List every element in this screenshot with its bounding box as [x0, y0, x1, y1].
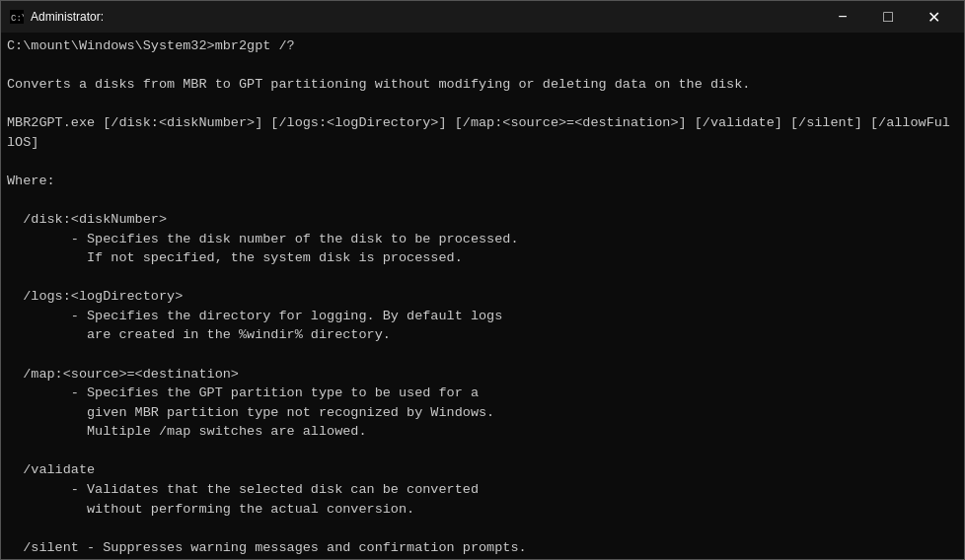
terminal-line: /validate	[7, 460, 958, 480]
terminal-line	[7, 442, 958, 461]
terminal-line	[7, 268, 958, 288]
svg-text:C:\: C:\	[11, 14, 24, 24]
terminal-line	[7, 56, 958, 76]
terminal-line: MBR2GPT.exe [/disk:<diskNumber>] [/logs:…	[7, 113, 958, 152]
terminal-line: C:\mount\Windows\System32>mbr2gpt /?	[7, 36, 958, 56]
title-bar-left: C:\ Administrator:	[9, 9, 104, 25]
terminal-body[interactable]: C:\mount\Windows\System32>mbr2gpt /? Con…	[1, 33, 964, 559]
terminal-line: without performing the actual conversion…	[7, 500, 958, 520]
terminal-line: - Specifies the directory for logging. B…	[7, 307, 958, 326]
terminal-line	[7, 519, 958, 538]
title-bar-controls: − □ ✕	[820, 1, 956, 33]
window-title: Administrator:	[31, 10, 104, 24]
maximize-button[interactable]: □	[865, 1, 911, 33]
terminal-line	[7, 557, 958, 559]
terminal-line: /silent - Suppresses warning messages an…	[7, 538, 958, 558]
terminal-line: /map:<source>=<destination>	[7, 365, 958, 385]
terminal-line: Multiple /map switches are allowed.	[7, 422, 958, 442]
terminal-line: are created in the %windir% directory.	[7, 325, 958, 345]
minimize-button[interactable]: −	[820, 1, 865, 33]
terminal-line: /disk:<diskNumber>	[7, 210, 958, 230]
terminal-line: Converts a disks from MBR to GPT partiti…	[7, 75, 958, 95]
terminal-line: given MBR partition type not recognized …	[7, 403, 958, 423]
terminal-line	[7, 191, 958, 211]
cmd-window: C:\ Administrator: − □ ✕ C:\mount\Window…	[0, 0, 965, 560]
terminal-line: - Validates that the selected disk can b…	[7, 480, 958, 500]
terminal-line	[7, 152, 958, 172]
terminal-line: Where:	[7, 172, 958, 191]
close-button[interactable]: ✕	[911, 1, 956, 33]
terminal-line: /logs:<logDirectory>	[7, 287, 958, 307]
terminal-line: - Specifies the GPT partition type to be…	[7, 384, 958, 403]
terminal-line	[7, 95, 958, 114]
title-bar: C:\ Administrator: − □ ✕	[1, 1, 964, 33]
terminal-line	[7, 345, 958, 365]
terminal-line: - Specifies the disk number of the disk …	[7, 230, 958, 249]
terminal-line: If not specified, the system disk is pro…	[7, 248, 958, 268]
cmd-icon: C:\	[9, 9, 25, 25]
